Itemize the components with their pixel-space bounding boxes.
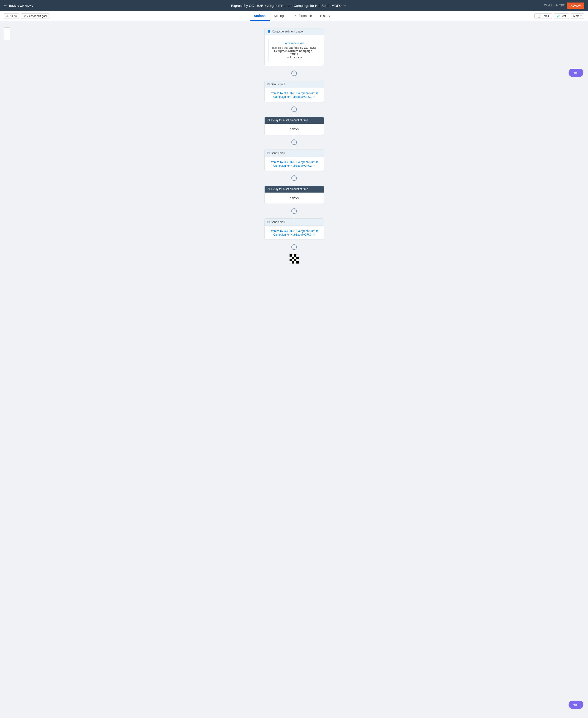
svg-rect-4 — [290, 257, 292, 259]
tab-performance[interactable]: Performance — [290, 11, 316, 21]
help-button-bottom[interactable]: Help — [569, 701, 583, 709]
connector-line — [294, 250, 294, 254]
enroll-button[interactable]: 📋 Enroll — [534, 13, 552, 19]
delay-header-label-2: Delay for a set amount of time — [271, 187, 308, 191]
review-button[interactable]: Review — [567, 2, 584, 9]
add-step-button-1[interactable]: + — [291, 70, 297, 76]
svg-rect-10 — [294, 259, 296, 261]
email-node-1[interactable]: ✉ Send email Express by CC | B2B Evergre… — [264, 81, 324, 102]
zoom-out-button[interactable]: − — [4, 34, 10, 40]
trigger-header: 👤 Contact enrollment trigger — [265, 28, 324, 35]
top-bar: ← Back to workflows Express by CC - B2B … — [0, 0, 588, 11]
connector-3: + — [291, 135, 297, 149]
alerts-label: Alerts — [9, 15, 17, 18]
email-body-1: Express by CC | B2B Evergreen Nurture Ca… — [265, 88, 324, 102]
connector-line — [294, 214, 294, 219]
email-link-1[interactable]: Express by CC | B2B Evergreen Nurture Ca… — [269, 91, 319, 99]
trigger-header-label: Contact enrollment trigger — [272, 30, 304, 33]
connector-line — [294, 135, 294, 140]
workflow-title-area: Express by CC - B2B Evergreen Nurture Ca… — [231, 4, 346, 7]
svg-rect-0 — [290, 254, 292, 257]
email-body-3: Express by CC | B2B Evergreen Nurture Ca… — [265, 226, 324, 240]
connector-line — [294, 66, 294, 70]
delay-node-2[interactable]: ⏱ Delay for a set amount of time 7 days — [264, 185, 324, 204]
more-label: More — [573, 15, 580, 18]
tab-settings[interactable]: Settings — [270, 11, 290, 21]
back-to-workflows[interactable]: ← Back to workflows — [4, 3, 33, 7]
delay-node-1[interactable]: ⏱ Delay for a set amount of time 7 days — [264, 117, 324, 135]
add-step-button-5[interactable]: + — [291, 208, 297, 214]
delay-body-2: 7 days — [265, 192, 324, 204]
tab-actions[interactable]: Actions — [250, 11, 270, 21]
workflow-title: Express by CC - B2B Evergreen Nurture Ca… — [231, 4, 342, 7]
workflow-canvas: 👤 Contact enrollment trigger Form submis… — [0, 21, 588, 718]
connector-line — [294, 76, 294, 81]
email-header-label-1: Send email — [271, 83, 285, 86]
test-button[interactable]: 🧪 Test — [554, 13, 569, 19]
help-button-top[interactable]: Help — [569, 69, 583, 77]
svg-rect-3 — [296, 254, 299, 257]
timer-icon-2: ⏱ — [267, 187, 270, 191]
delay-body-1: 7 days — [265, 124, 324, 135]
form-submission-label: Form submission — [271, 42, 317, 45]
email-header-3: ✉ Send email — [265, 219, 324, 226]
trigger-body: Form submission has filled out Express b… — [268, 39, 320, 62]
add-step-button-4[interactable]: + — [291, 176, 297, 181]
email-node-2[interactable]: ✉ Send email Express by CC | B2B Evergre… — [264, 149, 324, 171]
test-label: Test — [561, 15, 566, 18]
delay-header-label-1: Delay for a set amount of time — [271, 119, 308, 122]
nav-tabs: Actions Settings Performance History — [250, 11, 334, 21]
connector-line — [294, 171, 294, 176]
svg-rect-12 — [290, 261, 292, 264]
email-header-2: ✉ Send email — [265, 150, 324, 157]
connector-5: + — [291, 204, 297, 219]
edit-title-icon[interactable]: ✏ — [343, 4, 346, 7]
trigger-node[interactable]: 👤 Contact enrollment trigger Form submis… — [264, 28, 324, 66]
trigger-desc: has filled out Express by CC - B2B Everg… — [271, 46, 317, 59]
enroll-label: Enroll — [542, 15, 549, 18]
zoom-in-button[interactable]: + — [4, 27, 10, 34]
email-link-2[interactable]: Express by CC | B2B Evergreen Nurture Ca… — [269, 161, 319, 167]
workflow-nodes: 👤 Contact enrollment trigger Form submis… — [5, 28, 583, 264]
person-icon: 👤 — [267, 30, 271, 33]
add-step-button-6[interactable]: + — [291, 244, 297, 250]
connector-line — [294, 240, 294, 244]
svg-rect-7 — [296, 257, 299, 259]
workflow-status: Workflow is OFF — [544, 4, 564, 7]
workflow-end-flag — [290, 254, 299, 264]
trigger-desc-line2: on — [286, 56, 289, 59]
secondary-nav-left: ⚠ Alerts ◎ View or edit goal — [4, 13, 49, 19]
email-icon-2: ✉ — [267, 151, 270, 155]
email-node-3[interactable]: ✉ Send email Express by CC | B2B Evergre… — [264, 219, 324, 240]
connector-line — [294, 145, 294, 149]
add-step-button-3[interactable]: + — [291, 140, 297, 145]
svg-rect-9 — [292, 259, 294, 261]
back-arrow-icon: ← — [4, 3, 7, 7]
email-link-3[interactable]: Express by CC | B2B Evergreen Nurture Ca… — [269, 229, 319, 236]
svg-rect-8 — [290, 259, 292, 261]
email-header-label-2: Send email — [271, 151, 285, 155]
view-edit-goal-button[interactable]: ◎ View or edit goal — [21, 13, 50, 19]
connector-line — [294, 112, 294, 117]
alerts-button[interactable]: ⚠ Alerts — [4, 13, 19, 19]
connector-4: + — [291, 171, 297, 185]
secondary-nav-right: 📋 Enroll 🧪 Test More ▾ — [534, 13, 584, 19]
svg-rect-2 — [294, 254, 296, 257]
checkered-flag-icon — [290, 254, 299, 264]
trigger-desc-line1: has filled out — [272, 46, 288, 49]
alert-icon: ⚠ — [6, 15, 9, 18]
goal-icon: ◎ — [24, 15, 26, 18]
svg-rect-15 — [296, 261, 299, 264]
connector-6: + — [291, 240, 297, 254]
more-button[interactable]: More ▾ — [571, 13, 584, 19]
back-label: Back to workflows — [9, 4, 33, 7]
connector-line — [294, 204, 294, 208]
connector-1: + — [291, 66, 297, 81]
email-header-label-3: Send email — [271, 221, 285, 224]
tab-history[interactable]: History — [316, 11, 334, 21]
timer-icon-1: ⏱ — [267, 119, 270, 122]
add-step-button-2[interactable]: + — [291, 106, 297, 112]
svg-rect-11 — [296, 259, 299, 261]
svg-rect-6 — [294, 257, 296, 259]
zoom-controls: + − — [4, 27, 10, 40]
